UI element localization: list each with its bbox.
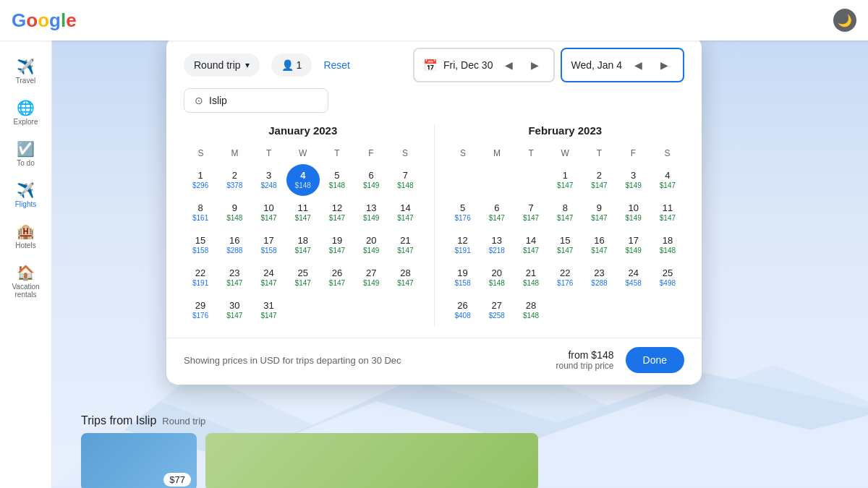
calendar-day[interactable]: 30$147 (218, 294, 251, 326)
calendar-day[interactable]: 3$248 (252, 164, 285, 196)
calendar-day[interactable]: 26$408 (446, 294, 480, 326)
day-price: $148 (329, 181, 345, 190)
calendar-day[interactable]: 23$147 (218, 262, 251, 294)
january-weekdays: S M T W T F S (184, 145, 422, 161)
day-number: 6 (369, 170, 374, 181)
calendar-day[interactable]: 16$147 (582, 229, 616, 261)
calendar-day[interactable]: 22$176 (548, 262, 582, 294)
day-number: 29 (195, 300, 205, 312)
date-next-button[interactable]: ▶ (524, 55, 545, 75)
day-price: $148 (489, 279, 505, 288)
calendar-day[interactable]: 18$148 (651, 229, 684, 261)
calendar-day[interactable]: 19$158 (446, 262, 480, 294)
passengers-button[interactable]: 👤 1 (271, 53, 312, 77)
calendar-day[interactable]: 31$147 (252, 294, 285, 326)
day-number: 5 (460, 202, 465, 214)
calendar-day[interactable]: 20$149 (354, 229, 388, 261)
return-date-prev-button[interactable]: ◀ (628, 55, 648, 75)
calendar-day[interactable]: 27$149 (354, 262, 388, 294)
calendar-day[interactable]: 9$148 (218, 197, 251, 228)
calendar-day[interactable]: 15$147 (548, 229, 582, 261)
calendar-day[interactable]: 13$149 (354, 197, 388, 228)
calendar-day[interactable]: 21$147 (388, 229, 422, 261)
calendar-day[interactable]: 4$147 (651, 164, 684, 196)
calendar-day[interactable]: 24$458 (617, 262, 650, 294)
done-button[interactable]: Done (626, 347, 684, 373)
calendar-day[interactable]: 8$161 (184, 197, 217, 228)
calendar-day[interactable]: 29$176 (184, 294, 217, 326)
calendar-day[interactable]: 12$191 (446, 229, 480, 261)
calendar-day[interactable]: 11$147 (286, 197, 320, 228)
calendar-day[interactable]: 14$147 (514, 229, 548, 261)
calendar-day[interactable]: 25$147 (286, 262, 320, 294)
calendar-day[interactable]: 18$147 (286, 229, 320, 261)
calendar-day[interactable]: 8$147 (548, 197, 582, 228)
calendar-day[interactable]: 28$147 (388, 262, 422, 294)
round-trip-button[interactable]: Round trip ▾ (184, 53, 260, 77)
return-date-box[interactable]: Wed, Jan 4 ◀ ▶ (561, 48, 684, 82)
departure-date-box[interactable]: 📅 Fri, Dec 30 ◀ ▶ (413, 48, 555, 82)
day-price: $158 (454, 279, 470, 288)
january-title: January 2023 (184, 124, 422, 137)
calendar-day[interactable]: 7$148 (388, 164, 422, 196)
calendar-day[interactable]: 17$149 (617, 229, 650, 261)
calendar-day[interactable]: 16$288 (218, 229, 251, 261)
sidebar-item-hotels[interactable]: 🏨 Hotels (4, 217, 48, 255)
calendar-day[interactable]: 6$149 (354, 164, 388, 196)
calendar-day[interactable]: 22$191 (184, 262, 217, 294)
sidebar-item-flights[interactable]: ✈️ Flights (4, 176, 48, 214)
calendar-day[interactable]: 6$147 (480, 197, 514, 228)
calendar-day[interactable]: 13$218 (480, 229, 514, 261)
day-price: $248 (260, 181, 276, 190)
trips-subtitle: Round trip (162, 416, 205, 427)
map-card[interactable] (205, 433, 538, 488)
calendar-day[interactable]: 7$147 (514, 197, 548, 228)
dark-mode-toggle[interactable]: 🌙 (833, 9, 856, 32)
calendar-day[interactable]: 10$149 (617, 197, 650, 228)
calendar-day[interactable]: 5$176 (446, 197, 480, 228)
date-prev-button[interactable]: ◀ (498, 55, 519, 75)
calendar-day[interactable]: 21$148 (514, 262, 548, 294)
calendar-day[interactable]: 17$158 (252, 229, 285, 261)
calendar-day[interactable]: 20$148 (480, 262, 514, 294)
day-number: 20 (366, 235, 376, 247)
sidebar-item-travel[interactable]: ✈️ Travel (4, 52, 48, 90)
day-number: 11 (663, 202, 673, 214)
reset-button[interactable]: Reset (323, 59, 350, 71)
calendar-day[interactable]: 27$258 (480, 294, 514, 326)
calendar-day[interactable]: 2$147 (582, 164, 616, 196)
day-price: $176 (557, 279, 573, 288)
calendar-day[interactable]: 14$147 (388, 197, 422, 228)
calendar-day[interactable]: 9$147 (582, 197, 616, 228)
calendar-day[interactable]: 1$296 (184, 164, 217, 196)
vacation-icon: 🏠 (17, 264, 35, 281)
day-number: 8 (563, 202, 568, 214)
sidebar-item-vacation[interactable]: 🏠 Vacation rentals (4, 258, 48, 304)
calendar-day[interactable]: 15$158 (184, 229, 217, 261)
calendar-day[interactable]: 24$147 (252, 262, 285, 294)
sidebar-item-todo[interactable]: ☑️ To do (4, 134, 48, 173)
day-price: $288 (591, 279, 607, 288)
travel-icon: ✈️ (17, 58, 35, 75)
calendar-day[interactable]: 12$147 (320, 197, 354, 228)
calendar-day[interactable]: 26$147 (320, 262, 354, 294)
passengers-count: 1 (297, 59, 302, 71)
calendar-day[interactable]: 25$498 (651, 262, 684, 294)
calendar-day[interactable]: 1$147 (548, 164, 582, 196)
calendar-day[interactable]: 19$147 (320, 229, 354, 261)
calendar-day[interactable]: 4$148 (286, 164, 320, 196)
return-date-next-button[interactable]: ▶ (654, 55, 674, 75)
calendar-day[interactable]: 5$148 (320, 164, 354, 196)
calendar-day[interactable]: 28$148 (514, 294, 548, 326)
calendar-day[interactable]: 3$149 (617, 164, 650, 196)
calendar-day[interactable]: 10$147 (252, 197, 285, 228)
calendar-day[interactable]: 23$288 (582, 262, 616, 294)
calendar-day[interactable]: 11$147 (651, 197, 684, 228)
day-number: 24 (628, 267, 638, 279)
empty-cell (446, 164, 480, 196)
trip-card[interactable]: $77 (81, 433, 197, 488)
calendar-divider (434, 124, 435, 326)
calendar-day[interactable]: 2$378 (218, 164, 251, 196)
from-price: from $148 (556, 349, 613, 361)
sidebar-item-explore[interactable]: 🌐 Explore (4, 93, 48, 132)
